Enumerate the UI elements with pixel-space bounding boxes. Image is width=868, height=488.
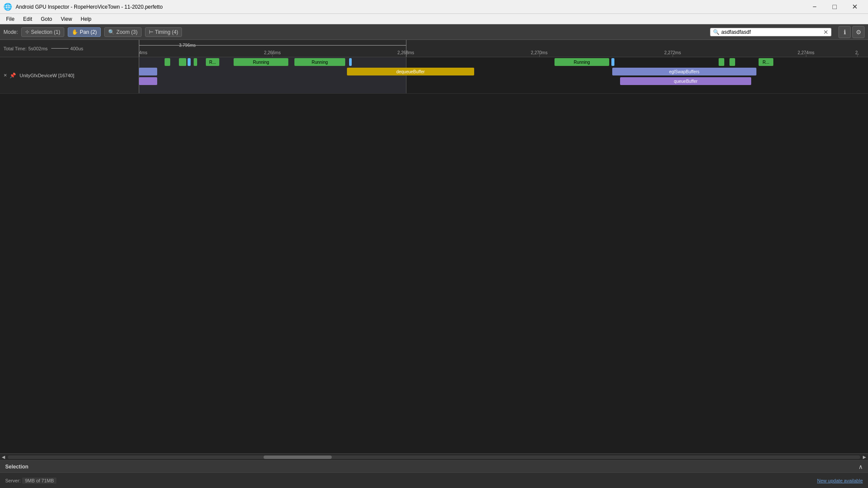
ruler-tick: [673, 53, 673, 57]
flame-segment[interactable]: [165, 58, 170, 66]
search-clear-button[interactable]: ✕: [823, 29, 828, 35]
bottom-panel-body: Server: 9MB of 71MB New update available: [0, 473, 868, 488]
flame-segment[interactable]: [139, 68, 157, 75]
scrollbar-area: ◀ ▶: [0, 453, 868, 460]
scroll-right-button[interactable]: ▶: [861, 454, 868, 461]
flame-segment[interactable]: [179, 58, 186, 66]
flame-segment[interactable]: [611, 58, 614, 66]
ruler-tick: [806, 53, 806, 57]
menu-help[interactable]: Help: [76, 15, 96, 23]
selection-span: 3.796ms: [139, 45, 406, 46]
track-row: ✕ 📌 UnityGfxDeviceW [16740]R...RunningRu…: [0, 57, 868, 94]
bottom-panel-header: Selection ∧: [0, 461, 868, 473]
search-icon: 🔍: [713, 29, 719, 35]
track-name: UnityGfxDeviceW [16740]: [20, 73, 74, 78]
search-wrapper: 🔍 ✕: [710, 28, 832, 36]
flame-segment[interactable]: Running: [554, 58, 609, 66]
selection-span-text: 3.796ms: [179, 43, 195, 48]
scrollbar-thumb[interactable]: [264, 455, 332, 459]
flame-segment[interactable]: dequeueBuffer: [347, 68, 475, 75]
window-title: Android GPU Inspector - RopeHeroViceTown…: [16, 4, 163, 10]
total-time-value: 5s002ms: [28, 46, 48, 51]
mode-selection-button[interactable]: ⊹ Selection (1): [21, 27, 64, 37]
timeline-container: Total Time: 5s002ms 400us 2,264ms2,266ms…: [0, 40, 868, 453]
server-label: Server:: [5, 478, 20, 483]
empty-track-area: [0, 94, 868, 453]
menu-edit[interactable]: Edit: [19, 15, 36, 23]
track-area: ✕ 📌 UnityGfxDeviceW [16740]R...RunningRu…: [0, 57, 868, 453]
selection-end-marker: [406, 40, 406, 57]
scale-line: [51, 48, 69, 49]
zoom-icon: 🔍: [108, 29, 115, 35]
app-icon: 🌐: [3, 3, 12, 11]
selection-icon: ⊹: [25, 29, 29, 35]
mode-timing-button[interactable]: ⊢ Timing (4): [145, 27, 182, 37]
pan-icon: ✋: [72, 29, 78, 35]
search-input[interactable]: [721, 29, 823, 35]
ruler-tick: [272, 53, 273, 57]
mode-zoom-button[interactable]: 🔍 Zoom (3): [104, 27, 142, 37]
time-ruler: Total Time: 5s002ms 400us 2,264ms2,266ms…: [0, 40, 868, 57]
menu-bar: File Edit Goto View Help: [0, 14, 868, 24]
flame-segment[interactable]: Running: [294, 58, 346, 66]
flame-segment[interactable]: eglSwapBuffers: [612, 68, 756, 75]
selection-start-marker: [139, 40, 139, 57]
flame-segment[interactable]: [139, 77, 157, 85]
ruler-right-panel: 2,264ms2,266ms2,268ms2,270ms2,272ms2,274…: [139, 40, 868, 57]
flame-segment[interactable]: Running: [234, 58, 288, 66]
settings-button[interactable]: ⚙: [852, 26, 865, 38]
ruler-tick: [857, 53, 858, 57]
track-canvas: R...RunningRunningRunningR...dequeueBuff…: [139, 57, 868, 93]
menu-view[interactable]: View: [56, 15, 76, 23]
collapse-button[interactable]: ∧: [858, 463, 863, 470]
mode-bar: Mode: ⊹ Selection (1) ✋ Pan (2) 🔍 Zoom (…: [0, 24, 868, 40]
track-label: ✕ 📌 UnityGfxDeviceW [16740]: [0, 57, 139, 93]
bottom-panel: Selection ∧ Server: 9MB of 71MB New upda…: [0, 460, 868, 488]
update-link[interactable]: New update available: [817, 478, 863, 483]
info-button[interactable]: ℹ: [838, 26, 851, 38]
close-button[interactable]: ✕: [845, 0, 865, 14]
selection-title: Selection: [5, 464, 28, 470]
server-info: Server: 9MB of 71MB: [5, 478, 56, 484]
mode-selection-label: Selection (1): [31, 29, 60, 35]
ruler-left-panel: Total Time: 5s002ms 400us: [0, 40, 139, 57]
ruler-tick: [539, 53, 540, 57]
flame-segment[interactable]: [719, 58, 724, 66]
mode-pan-label: Pan (2): [80, 29, 97, 35]
track-expand-icon[interactable]: ✕: [3, 73, 7, 78]
flame-segment[interactable]: [349, 58, 352, 66]
mode-label: Mode:: [3, 29, 18, 35]
mode-timing-label: Timing (4): [155, 29, 178, 35]
flame-segment[interactable]: R...: [759, 58, 773, 66]
total-time-label: Total Time:: [3, 46, 26, 51]
time-label: 2,264ms: [139, 50, 147, 55]
flame-segment[interactable]: [729, 58, 735, 66]
mode-zoom-label: Zoom (3): [116, 29, 138, 35]
server-value: 9MB of 71MB: [22, 478, 56, 484]
menu-goto[interactable]: Goto: [36, 15, 56, 23]
menu-file[interactable]: File: [2, 15, 19, 23]
minimize-button[interactable]: −: [805, 0, 825, 14]
flame-segment[interactable]: queueBuffer: [620, 77, 751, 85]
track-pin-icon[interactable]: 📌: [10, 72, 16, 79]
maximize-button[interactable]: □: [825, 0, 845, 14]
flame-segment[interactable]: [188, 58, 191, 66]
mode-pan-button[interactable]: ✋ Pan (2): [68, 27, 101, 37]
flame-segment[interactable]: R...: [206, 58, 219, 66]
timing-icon: ⊢: [149, 29, 153, 35]
scale-value: 400us: [70, 46, 83, 51]
scrollbar-track[interactable]: [8, 455, 860, 459]
title-bar: 🌐 Android GPU Inspector - RopeHeroViceTo…: [0, 0, 868, 14]
flame-segment[interactable]: [194, 58, 197, 66]
scroll-left-button[interactable]: ◀: [0, 454, 7, 461]
scale-indicator: 400us: [51, 46, 83, 51]
